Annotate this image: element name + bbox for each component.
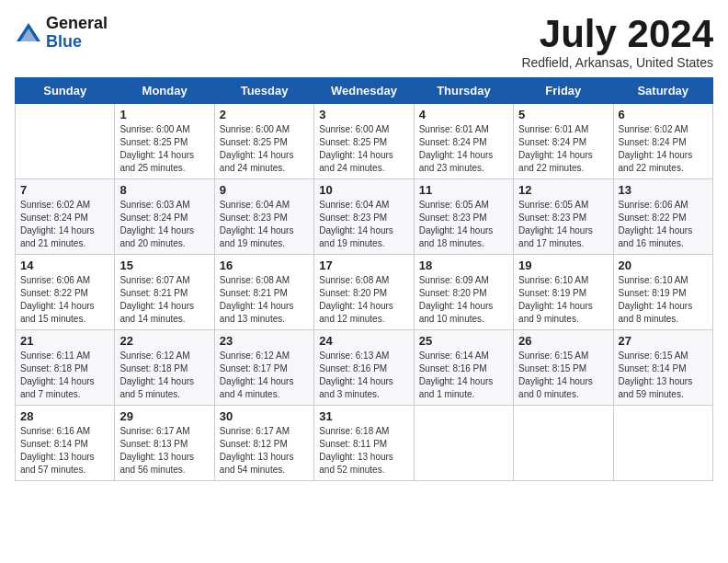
- calendar-cell: 24Sunrise: 6:13 AM Sunset: 8:16 PM Dayli…: [314, 330, 414, 406]
- day-number: 7: [20, 183, 109, 197]
- day-info: Sunrise: 6:05 AM Sunset: 8:23 PM Dayligh…: [518, 199, 608, 250]
- logo-icon: [15, 19, 42, 47]
- day-info: Sunrise: 6:08 AM Sunset: 8:20 PM Dayligh…: [319, 274, 408, 326]
- day-number: 2: [220, 108, 309, 121]
- calendar-cell: 15Sunrise: 6:07 AM Sunset: 8:21 PM Dayli…: [115, 255, 214, 330]
- title-block: July 2024 Redfield, Arkansas, United Sta…: [521, 15, 713, 70]
- weekday-header-saturday: Saturday: [613, 78, 712, 104]
- day-number: 23: [220, 334, 309, 348]
- page-header: General Blue July 2024 Redfield, Arkansa…: [15, 15, 713, 70]
- calendar-week-row: 28Sunrise: 6:16 AM Sunset: 8:14 PM Dayli…: [16, 406, 713, 481]
- day-number: 12: [518, 183, 608, 197]
- calendar-table: SundayMondayTuesdayWednesdayThursdayFrid…: [15, 77, 713, 481]
- calendar-cell: 12Sunrise: 6:05 AM Sunset: 8:23 PM Dayli…: [514, 179, 613, 255]
- day-info: Sunrise: 6:12 AM Sunset: 8:18 PM Dayligh…: [119, 350, 209, 401]
- calendar-cell: 11Sunrise: 6:05 AM Sunset: 8:23 PM Dayli…: [414, 179, 513, 255]
- calendar-week-row: 7Sunrise: 6:02 AM Sunset: 8:24 PM Daylig…: [16, 179, 713, 255]
- day-number: 5: [518, 108, 608, 121]
- calendar-week-row: 1Sunrise: 6:00 AM Sunset: 8:25 PM Daylig…: [16, 104, 713, 179]
- day-number: 21: [20, 334, 109, 348]
- day-info: Sunrise: 6:17 AM Sunset: 8:12 PM Dayligh…: [220, 425, 309, 477]
- calendar-cell: [414, 406, 513, 481]
- day-number: 15: [119, 259, 209, 272]
- day-info: Sunrise: 6:05 AM Sunset: 8:23 PM Dayligh…: [419, 199, 508, 250]
- calendar-cell: 10Sunrise: 6:04 AM Sunset: 8:23 PM Dayli…: [314, 179, 414, 255]
- logo: General Blue: [15, 15, 108, 52]
- calendar-cell: 30Sunrise: 6:17 AM Sunset: 8:12 PM Dayli…: [214, 406, 313, 481]
- day-info: Sunrise: 6:08 AM Sunset: 8:21 PM Dayligh…: [220, 274, 309, 326]
- calendar-cell: 2Sunrise: 6:00 AM Sunset: 8:25 PM Daylig…: [214, 104, 313, 179]
- day-number: 1: [119, 108, 209, 121]
- calendar-cell: 5Sunrise: 6:01 AM Sunset: 8:24 PM Daylig…: [514, 104, 613, 179]
- calendar-cell: 27Sunrise: 6:15 AM Sunset: 8:14 PM Dayli…: [613, 330, 712, 406]
- day-info: Sunrise: 6:16 AM Sunset: 8:14 PM Dayligh…: [20, 425, 109, 477]
- day-info: Sunrise: 6:10 AM Sunset: 8:19 PM Dayligh…: [619, 274, 708, 326]
- calendar-cell: 4Sunrise: 6:01 AM Sunset: 8:24 PM Daylig…: [414, 104, 513, 179]
- day-number: 29: [119, 409, 209, 423]
- day-number: 18: [419, 259, 508, 272]
- day-info: Sunrise: 6:06 AM Sunset: 8:22 PM Dayligh…: [20, 274, 109, 326]
- day-number: 13: [619, 183, 708, 197]
- day-number: 19: [518, 259, 608, 272]
- day-info: Sunrise: 6:00 AM Sunset: 8:25 PM Dayligh…: [220, 123, 309, 175]
- day-number: 20: [619, 259, 708, 272]
- day-number: 26: [518, 334, 608, 348]
- day-number: 30: [220, 409, 309, 423]
- day-number: 24: [319, 334, 408, 348]
- calendar-cell: 20Sunrise: 6:10 AM Sunset: 8:19 PM Dayli…: [613, 255, 712, 330]
- day-info: Sunrise: 6:00 AM Sunset: 8:25 PM Dayligh…: [319, 123, 408, 175]
- day-number: 27: [619, 334, 708, 348]
- calendar-cell: 18Sunrise: 6:09 AM Sunset: 8:20 PM Dayli…: [414, 255, 513, 330]
- day-info: Sunrise: 6:17 AM Sunset: 8:13 PM Dayligh…: [119, 425, 209, 477]
- calendar-cell: 31Sunrise: 6:18 AM Sunset: 8:11 PM Dayli…: [314, 406, 414, 481]
- calendar-cell: 22Sunrise: 6:12 AM Sunset: 8:18 PM Dayli…: [115, 330, 214, 406]
- calendar-cell: 21Sunrise: 6:11 AM Sunset: 8:18 PM Dayli…: [16, 330, 115, 406]
- day-number: 6: [619, 108, 708, 121]
- month-year-title: July 2024: [521, 15, 713, 53]
- day-info: Sunrise: 6:01 AM Sunset: 8:24 PM Dayligh…: [419, 123, 508, 175]
- day-number: 22: [119, 334, 209, 348]
- calendar-cell: 8Sunrise: 6:03 AM Sunset: 8:24 PM Daylig…: [115, 179, 214, 255]
- day-number: 4: [419, 108, 508, 121]
- day-number: 25: [419, 334, 508, 348]
- calendar-cell: 16Sunrise: 6:08 AM Sunset: 8:21 PM Dayli…: [214, 255, 313, 330]
- calendar-cell: 29Sunrise: 6:17 AM Sunset: 8:13 PM Dayli…: [115, 406, 214, 481]
- weekday-header-wednesday: Wednesday: [314, 78, 414, 104]
- calendar-cell: 23Sunrise: 6:12 AM Sunset: 8:17 PM Dayli…: [214, 330, 313, 406]
- calendar-cell: 14Sunrise: 6:06 AM Sunset: 8:22 PM Dayli…: [16, 255, 115, 330]
- calendar-cell: 13Sunrise: 6:06 AM Sunset: 8:22 PM Dayli…: [613, 179, 712, 255]
- day-info: Sunrise: 6:14 AM Sunset: 8:16 PM Dayligh…: [419, 350, 508, 401]
- day-info: Sunrise: 6:04 AM Sunset: 8:23 PM Dayligh…: [220, 199, 309, 250]
- day-info: Sunrise: 6:02 AM Sunset: 8:24 PM Dayligh…: [20, 199, 109, 250]
- day-info: Sunrise: 6:15 AM Sunset: 8:14 PM Dayligh…: [619, 350, 708, 401]
- day-number: 9: [220, 183, 309, 197]
- day-info: Sunrise: 6:01 AM Sunset: 8:24 PM Dayligh…: [518, 123, 608, 175]
- day-info: Sunrise: 6:09 AM Sunset: 8:20 PM Dayligh…: [419, 274, 508, 326]
- calendar-cell: [16, 104, 115, 179]
- day-info: Sunrise: 6:13 AM Sunset: 8:16 PM Dayligh…: [319, 350, 408, 401]
- day-info: Sunrise: 6:02 AM Sunset: 8:24 PM Dayligh…: [619, 123, 708, 175]
- calendar-cell: 1Sunrise: 6:00 AM Sunset: 8:25 PM Daylig…: [115, 104, 214, 179]
- weekday-header-friday: Friday: [514, 78, 613, 104]
- day-info: Sunrise: 6:11 AM Sunset: 8:18 PM Dayligh…: [20, 350, 109, 401]
- day-number: 10: [319, 183, 408, 197]
- calendar-cell: 17Sunrise: 6:08 AM Sunset: 8:20 PM Dayli…: [314, 255, 414, 330]
- logo-text: General Blue: [46, 15, 108, 52]
- day-info: Sunrise: 6:04 AM Sunset: 8:23 PM Dayligh…: [319, 199, 408, 250]
- location-subtitle: Redfield, Arkansas, United States: [521, 55, 713, 70]
- calendar-cell: 26Sunrise: 6:15 AM Sunset: 8:15 PM Dayli…: [514, 330, 613, 406]
- calendar-cell: 19Sunrise: 6:10 AM Sunset: 8:19 PM Dayli…: [514, 255, 613, 330]
- day-number: 17: [319, 259, 408, 272]
- day-number: 16: [220, 259, 309, 272]
- weekday-header-thursday: Thursday: [414, 78, 513, 104]
- calendar-cell: [514, 406, 613, 481]
- calendar-header-row: SundayMondayTuesdayWednesdayThursdayFrid…: [16, 78, 713, 104]
- weekday-header-sunday: Sunday: [16, 78, 115, 104]
- calendar-cell: 3Sunrise: 6:00 AM Sunset: 8:25 PM Daylig…: [314, 104, 414, 179]
- calendar-cell: 28Sunrise: 6:16 AM Sunset: 8:14 PM Dayli…: [16, 406, 115, 481]
- day-info: Sunrise: 6:07 AM Sunset: 8:21 PM Dayligh…: [119, 274, 209, 326]
- day-number: 14: [20, 259, 109, 272]
- day-info: Sunrise: 6:12 AM Sunset: 8:17 PM Dayligh…: [220, 350, 309, 401]
- calendar-week-row: 14Sunrise: 6:06 AM Sunset: 8:22 PM Dayli…: [16, 255, 713, 330]
- calendar-cell: [613, 406, 712, 481]
